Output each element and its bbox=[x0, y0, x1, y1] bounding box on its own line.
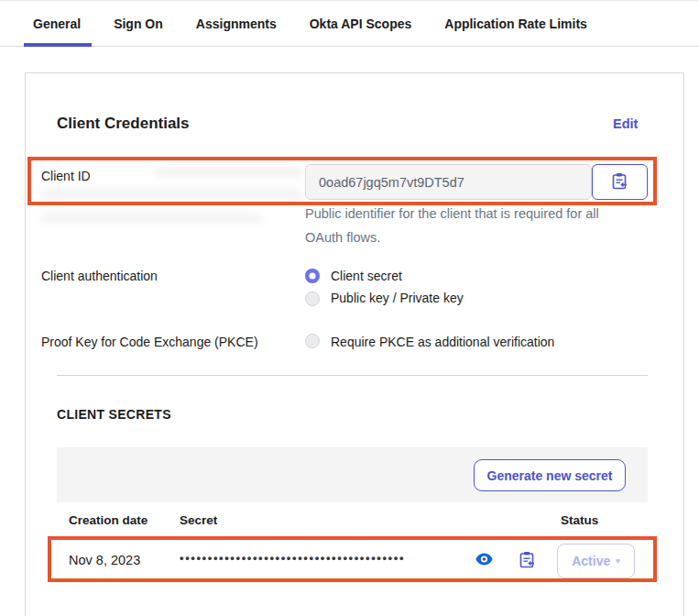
client-id-label: Client ID bbox=[41, 169, 91, 183]
secret-masked-value: •••••••••••••••••••••••••••••••••••••••• bbox=[180, 551, 405, 565]
tab-sign-on[interactable]: Sign On bbox=[114, 1, 163, 47]
reveal-secret-button[interactable] bbox=[475, 553, 493, 566]
radio-client-secret[interactable] bbox=[305, 269, 320, 283]
secret-status-dropdown[interactable]: Active ▾ bbox=[557, 544, 635, 578]
pkce-checkbox-label[interactable]: Require PKCE as additional verification bbox=[331, 335, 554, 349]
client-id-help-text: Public identifier for the client that is… bbox=[305, 202, 613, 249]
pkce-label: Proof Key for Code Exchange (PKCE) bbox=[41, 335, 258, 349]
redacted-blur bbox=[156, 167, 302, 178]
clipboard-copy-icon bbox=[519, 557, 535, 571]
generate-new-secret-button[interactable]: Generate new secret bbox=[474, 459, 626, 491]
eye-icon bbox=[475, 555, 493, 568]
chevron-down-icon: ▾ bbox=[616, 556, 620, 566]
section-divider bbox=[57, 375, 648, 376]
radio-public-private-key-label[interactable]: Public key / Private key bbox=[331, 291, 464, 305]
pkce-checkbox[interactable] bbox=[305, 334, 320, 348]
status-label: Active bbox=[572, 554, 610, 568]
client-authentication-label: Client authentication bbox=[41, 269, 158, 283]
edit-link[interactable]: Edit bbox=[613, 116, 638, 131]
tab-okta-api-scopes[interactable]: Okta API Scopes bbox=[310, 1, 412, 47]
tab-application-rate-limits[interactable]: Application Rate Limits bbox=[444, 1, 587, 47]
client-secrets-heading: CLIENT SECRETS bbox=[57, 407, 171, 422]
column-header-secret: Secret bbox=[180, 513, 217, 527]
clipboard-copy-icon bbox=[612, 172, 628, 192]
app-tabbar: General Sign On Assignments Okta API Sco… bbox=[0, 1, 699, 47]
tab-assignments[interactable]: Assignments bbox=[196, 1, 277, 47]
okta-app-settings-page: General Sign On Assignments Okta API Sco… bbox=[0, 0, 699, 616]
radio-client-secret-label[interactable]: Client secret bbox=[331, 269, 402, 283]
secret-creation-date: Nov 8, 2023 bbox=[69, 553, 140, 567]
client-credentials-heading: Client Credentials bbox=[57, 115, 190, 133]
radio-public-private-key[interactable] bbox=[305, 292, 320, 306]
column-header-status: Status bbox=[561, 513, 598, 527]
client-id-input[interactable] bbox=[305, 164, 592, 200]
redacted-blur bbox=[41, 214, 261, 223]
tab-general[interactable]: General bbox=[33, 1, 81, 47]
redacted-blur bbox=[41, 189, 302, 199]
copy-secret-button[interactable] bbox=[519, 551, 535, 568]
column-header-creation-date: Creation date bbox=[69, 513, 147, 527]
copy-client-id-button[interactable] bbox=[592, 164, 648, 200]
